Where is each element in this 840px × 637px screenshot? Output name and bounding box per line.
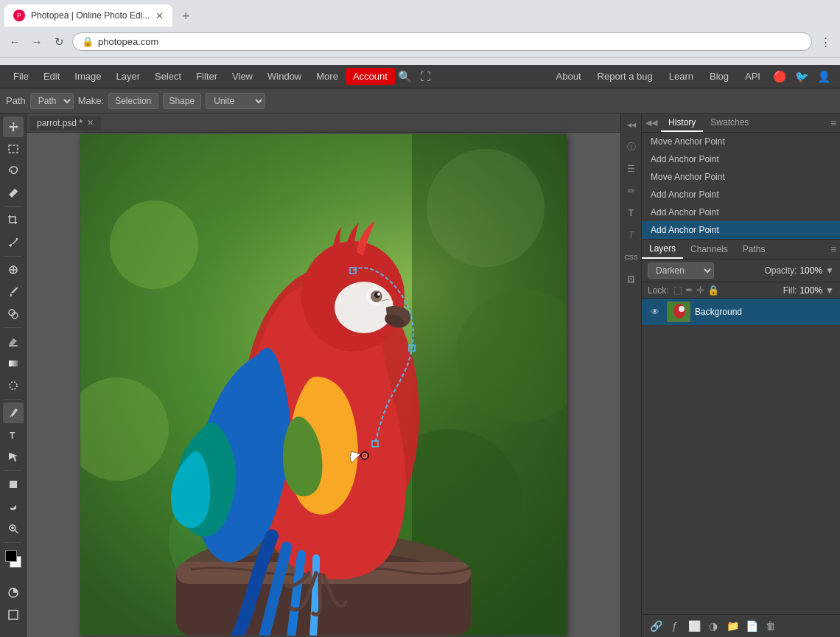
new-tab-btn[interactable]: + [175, 6, 196, 27]
unite-dropdown[interactable]: Unite Subtract Intersect Exclude [206, 93, 265, 109]
path-dropdown[interactable]: Path [30, 93, 74, 109]
lock-pixels-icon[interactable]: ⬚ [673, 285, 682, 296]
api-link[interactable]: API [738, 68, 768, 85]
history-item-5[interactable]: Add Anchor Point [642, 203, 840, 221]
layer-adjustment-btn[interactable]: ◑ [705, 618, 721, 634]
about-link[interactable]: About [549, 68, 589, 85]
tool-eraser[interactable] [3, 331, 24, 352]
tool-pen[interactable] [3, 403, 24, 423]
lock-paint-icon[interactable]: ✒ [685, 285, 693, 296]
tab-bar: P Photopea | Online Photo Edi... ✕ + [0, 0, 840, 27]
swatches-tab[interactable]: Swatches [703, 114, 756, 132]
foreground-color-swatch[interactable] [5, 550, 17, 562]
layer-effects-btn[interactable]: ƒ [667, 618, 683, 634]
strip-text-btn[interactable]: T [623, 205, 640, 221]
forward-btn[interactable]: → [28, 33, 46, 51]
tool-lasso[interactable] [3, 161, 24, 181]
lock-move-icon[interactable]: ✛ [696, 285, 704, 296]
layers-tab[interactable]: Layers [642, 240, 683, 259]
layer-delete-btn[interactable]: 🗑 [763, 618, 779, 634]
extensions-btn[interactable]: ⋮ [816, 33, 834, 51]
tool-selection-rect[interactable] [3, 139, 24, 159]
shape-btn[interactable]: Shape [163, 93, 202, 109]
menu-window[interactable]: Window [260, 68, 309, 85]
opacity-arrow[interactable]: ▼ [825, 265, 834, 276]
menu-layer[interactable]: Layer [109, 68, 148, 85]
layers-section: Layers Channels Paths ≡ Darken Normal Mu… [642, 240, 840, 637]
learn-link[interactable]: Learn [662, 68, 701, 85]
layer-folder-btn[interactable]: 📁 [724, 618, 741, 634]
lock-all-icon[interactable]: 🔒 [707, 285, 719, 296]
tool-wand[interactable] [3, 183, 24, 203]
twitter-icon[interactable]: 🐦 [791, 66, 812, 87]
blog-link[interactable]: Blog [702, 68, 736, 85]
menu-filter[interactable]: Filter [189, 68, 225, 85]
strip-css-btn[interactable]: CSS [623, 249, 640, 265]
strip-brush-btn[interactable]: ✏ [623, 183, 640, 199]
strip-image-btn[interactable]: 🖼 [623, 271, 640, 288]
tool-screen-mode[interactable] [3, 605, 24, 625]
menu-more[interactable]: More [309, 68, 346, 85]
tool-brush[interactable] [3, 282, 24, 302]
color-swatches[interactable] [3, 549, 24, 575]
menu-account[interactable]: Account [346, 68, 395, 85]
file-tab-close[interactable]: ✕ [87, 118, 94, 128]
tool-text[interactable]: T [3, 425, 24, 445]
tool-clone[interactable] [3, 304, 24, 324]
tool-move[interactable] [3, 116, 24, 137]
paths-tab[interactable]: Paths [735, 240, 773, 258]
layer-visibility-toggle[interactable]: 👁 [648, 304, 662, 319]
history-item-2[interactable]: Add Anchor Point [642, 150, 840, 168]
history-collapse-btn[interactable]: ◀◀ [642, 114, 661, 133]
reload-btn[interactable]: ↻ [50, 33, 68, 51]
browser-tab[interactable]: P Photopea | Online Photo Edi... ✕ [4, 4, 172, 27]
facebook-icon[interactable]: 👤 [813, 66, 834, 87]
menu-select[interactable]: Select [147, 68, 189, 85]
menu-edit[interactable]: Edit [36, 68, 67, 85]
layers-panel-menu[interactable]: ≡ [827, 240, 840, 259]
canvas-container[interactable] [27, 133, 620, 637]
strip-collapse-btn[interactable]: ◀◀ [623, 116, 640, 133]
fullscreen-icon[interactable]: ⛶ [416, 66, 436, 87]
selection-btn[interactable]: Selection [108, 93, 158, 109]
reddit-icon[interactable]: 🔴 [769, 66, 790, 87]
layer-mask-btn[interactable]: ⬜ [686, 618, 702, 634]
history-item-4[interactable]: Add Anchor Point [642, 186, 840, 203]
lock-icons: ⬚ ✒ ✛ 🔒 [673, 285, 719, 296]
menu-view[interactable]: View [225, 68, 260, 85]
strip-info-btn[interactable]: ⓘ [623, 139, 640, 155]
history-item-3[interactable]: Move Anchor Point [642, 168, 840, 186]
history-item-1[interactable]: Move Anchor Point [642, 133, 840, 150]
canvas-image[interactable] [80, 134, 567, 636]
tool-gradient[interactable] [3, 353, 24, 374]
address-bar[interactable]: 🔒 photopea.com [72, 32, 812, 51]
tool-hand[interactable] [3, 496, 24, 517]
tool-blur[interactable] [3, 375, 24, 396]
tool-crop[interactable] [3, 210, 24, 231]
layer-new-btn[interactable]: 📄 [743, 618, 760, 634]
fill-label: Fill: [783, 285, 797, 296]
history-tab[interactable]: History [661, 114, 703, 132]
back-btn[interactable]: ← [6, 33, 24, 51]
history-panel-menu[interactable]: ≡ [827, 114, 840, 133]
tab-close-btn[interactable]: ✕ [155, 10, 164, 21]
tool-eyedropper[interactable] [3, 232, 24, 253]
file-tab[interactable]: parrot.psd * ✕ [29, 116, 101, 130]
fill-arrow[interactable]: ▼ [825, 285, 834, 296]
tool-path-select[interactable] [3, 447, 24, 467]
report-bug-link[interactable]: Report a bug [590, 68, 660, 85]
menu-image[interactable]: Image [67, 68, 108, 85]
channels-tab[interactable]: Channels [683, 240, 735, 258]
search-icon[interactable]: 🔍 [395, 66, 416, 87]
strip-adjust-btn[interactable]: ☰ [623, 161, 640, 177]
tool-heal[interactable] [3, 260, 24, 280]
history-item-6[interactable]: Add Anchor Point [642, 221, 840, 239]
tool-quick-mask[interactable] [3, 582, 24, 603]
strip-text2-btn[interactable]: T [623, 227, 640, 243]
blend-mode-dropdown[interactable]: Darken Normal Multiply [648, 262, 714, 279]
menu-file[interactable]: File [6, 68, 36, 85]
layer-item-background[interactable]: 👁 Background [642, 299, 840, 325]
tool-shape[interactable] [3, 474, 24, 495]
tool-zoom[interactable] [3, 518, 24, 539]
layer-link-btn[interactable]: 🔗 [648, 618, 664, 634]
